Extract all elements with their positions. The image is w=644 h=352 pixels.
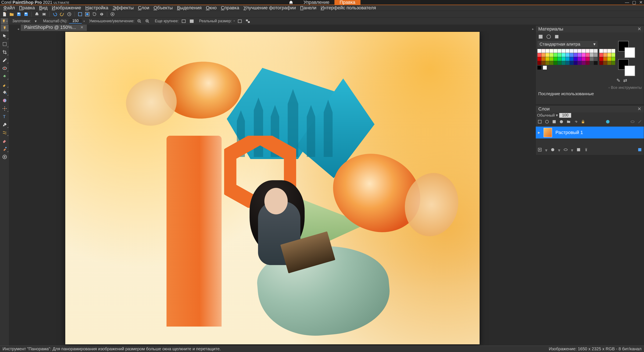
zoom-stepper[interactable]: ▾ bbox=[84, 20, 85, 23]
materials-tab-hsl[interactable] bbox=[546, 34, 552, 40]
layer-wand-icon[interactable] bbox=[638, 119, 642, 125]
tool-clone[interactable] bbox=[1, 73, 8, 80]
window-close-button[interactable]: ✕ bbox=[639, 0, 643, 5]
tool-warp[interactable] bbox=[1, 129, 8, 136]
fit-window-button[interactable] bbox=[180, 18, 187, 24]
preferences-button[interactable] bbox=[109, 11, 116, 17]
layer-opacity-input[interactable] bbox=[559, 113, 571, 118]
new-layer-button[interactable] bbox=[538, 147, 542, 153]
swap-colors-icon[interactable]: ⇄ bbox=[623, 78, 627, 83]
canvas-size-button[interactable] bbox=[84, 11, 90, 17]
tool-retouch[interactable] bbox=[1, 105, 8, 112]
layer-expand-icon[interactable]: ▸ bbox=[538, 130, 540, 135]
palette-dropdown[interactable]: Стандартная алитра▾ bbox=[538, 41, 598, 47]
tool-colorchange[interactable] bbox=[1, 97, 8, 104]
save-button[interactable] bbox=[16, 11, 22, 17]
menu-окно[interactable]: Окно bbox=[204, 5, 219, 11]
layer-visibility-icon[interactable] bbox=[630, 119, 635, 125]
tool-redeye[interactable] bbox=[1, 65, 8, 72]
canvas[interactable] bbox=[65, 32, 480, 344]
tool-colorrep[interactable] bbox=[1, 145, 8, 152]
open-file-button[interactable] bbox=[8, 11, 15, 17]
dropper-icon[interactable]: ✎ bbox=[616, 78, 620, 83]
print-button[interactable] bbox=[34, 11, 40, 17]
menu-объекты[interactable]: Объекты bbox=[152, 5, 175, 11]
new-group-icon[interactable] bbox=[566, 119, 571, 125]
layer-style-button[interactable] bbox=[638, 147, 642, 153]
menu-панели[interactable]: Панели bbox=[298, 5, 318, 11]
tool-add[interactable] bbox=[1, 154, 8, 160]
tool-pen[interactable] bbox=[1, 121, 8, 128]
menu-вид[interactable]: Вид bbox=[37, 5, 50, 11]
new-mask-layer-icon[interactable] bbox=[552, 119, 556, 125]
menu-файл[interactable]: Файл bbox=[1, 5, 17, 11]
workspace-tab-home[interactable] bbox=[284, 0, 298, 5]
layer-effects-icon[interactable] bbox=[606, 119, 610, 125]
layers-panel-close[interactable]: ✕ bbox=[638, 106, 641, 112]
tool-text[interactable]: T bbox=[1, 113, 8, 120]
layer-row[interactable]: ▸ Растровый 1 bbox=[536, 127, 644, 138]
new-adjustment-layer-icon[interactable] bbox=[559, 119, 564, 125]
new-vector-layer-icon[interactable] bbox=[545, 119, 549, 125]
fit-all-button[interactable] bbox=[188, 18, 195, 24]
redo-button[interactable] bbox=[59, 11, 65, 17]
delete-layer-button[interactable] bbox=[584, 147, 588, 153]
new-file-button[interactable] bbox=[1, 11, 8, 17]
history-button[interactable] bbox=[66, 11, 72, 17]
swatch-grid-left[interactable] bbox=[538, 49, 598, 65]
tab-scroll-right[interactable]: ▸ bbox=[530, 27, 536, 31]
materials-panel-close[interactable]: ✕ bbox=[638, 26, 641, 32]
tool-fill[interactable] bbox=[1, 89, 8, 96]
flip-button[interactable] bbox=[98, 11, 105, 17]
layer-fx-button[interactable] bbox=[576, 147, 581, 153]
menu-настройка[interactable]: Настройка bbox=[83, 5, 110, 11]
menu-справка[interactable]: Справка bbox=[219, 5, 241, 11]
zoom-out-button[interactable] bbox=[136, 18, 142, 24]
resize-button[interactable] bbox=[77, 11, 83, 17]
active-tool-icon[interactable]: ▾ bbox=[1, 18, 8, 24]
twain-button[interactable] bbox=[41, 11, 47, 17]
materials-tab-swatches[interactable] bbox=[538, 34, 544, 40]
menu-слои[interactable]: Слои bbox=[136, 5, 152, 11]
workspace-tab-manage[interactable]: Управление bbox=[298, 0, 334, 5]
menu-правка[interactable]: Правка bbox=[17, 5, 37, 11]
layer-link-button[interactable] bbox=[563, 147, 568, 153]
document-tab-close[interactable]: ✕ bbox=[80, 25, 84, 30]
materials-tab-history[interactable] bbox=[554, 34, 560, 40]
mask-button[interactable] bbox=[550, 147, 555, 153]
foreground-background-swatches[interactable] bbox=[618, 41, 635, 58]
menu-интерфейс пользователя[interactable]: Интерфейс пользователя bbox=[318, 5, 378, 11]
tab-scroll-left[interactable]: ◂ bbox=[16, 27, 21, 31]
window-maximize-button[interactable]: ▢ bbox=[632, 0, 636, 5]
tool-marquee[interactable] bbox=[1, 41, 8, 48]
window-minimize-button[interactable]: — bbox=[625, 0, 629, 5]
workspace-tab-edit[interactable]: Правка bbox=[334, 0, 360, 5]
undo-button[interactable] bbox=[52, 11, 58, 17]
tool-pointer[interactable] bbox=[1, 33, 8, 40]
tool-crop[interactable] bbox=[1, 49, 8, 56]
stroke-fill-swatches[interactable] bbox=[618, 59, 635, 76]
new-raster-layer-icon[interactable] bbox=[538, 119, 542, 125]
rotate-button[interactable] bbox=[91, 11, 98, 17]
tool-pan[interactable] bbox=[1, 25, 8, 31]
layer-link-icon[interactable] bbox=[574, 119, 578, 125]
actual-size-button[interactable] bbox=[237, 18, 243, 24]
zoom-in-button[interactable] bbox=[144, 18, 150, 24]
zoom-input[interactable] bbox=[69, 19, 82, 24]
menu-улучшение фотографии[interactable]: Улучшение фотографии bbox=[241, 5, 298, 11]
presets-dropdown[interactable]: ▾ bbox=[32, 18, 39, 24]
canvas-viewport[interactable] bbox=[9, 31, 536, 346]
actual-all-button[interactable] bbox=[245, 18, 251, 24]
all-tools-toggle[interactable]: ▫ Все инструменты bbox=[608, 86, 642, 90]
menu-выделения[interactable]: Выделения bbox=[175, 5, 204, 11]
layer-lock-icon[interactable] bbox=[581, 119, 585, 125]
tool-eraser[interactable] bbox=[1, 137, 8, 144]
menu-изображение[interactable]: Изображение bbox=[50, 5, 83, 11]
blend-mode-dropdown[interactable]: Обычный ▾ bbox=[537, 113, 558, 118]
menu-эффекты[interactable]: Эффекты bbox=[110, 5, 136, 11]
tool-eyedropper[interactable] bbox=[1, 57, 8, 64]
layer-name[interactable]: Растровый 1 bbox=[556, 130, 583, 135]
save-as-button[interactable] bbox=[23, 11, 29, 17]
tool-brush[interactable] bbox=[1, 81, 8, 88]
swatch-grid-right[interactable] bbox=[599, 49, 615, 65]
